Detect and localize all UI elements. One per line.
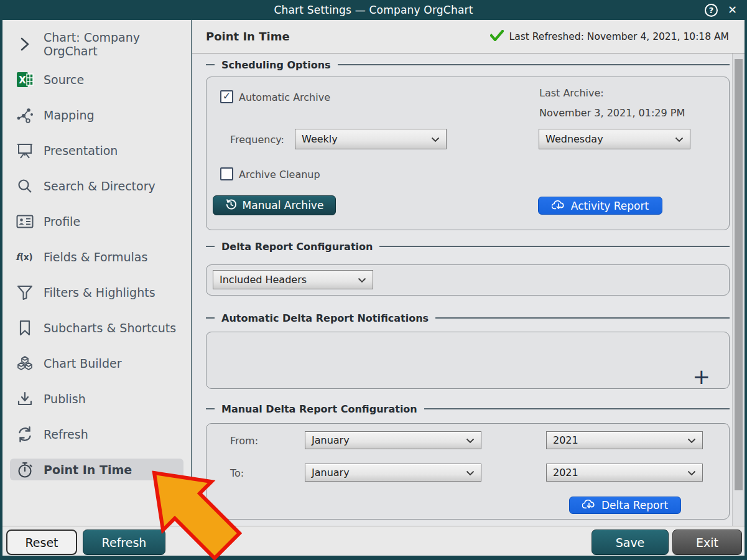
svg-text:(x): (x): [20, 253, 33, 262]
bookmark-icon: [16, 319, 34, 337]
to-year-select[interactable]: 2021: [546, 464, 703, 482]
section-auto-delta-notifications: Automatic Delta Report Notifications: [206, 312, 730, 324]
sidebar-item-chart-builder[interactable]: Chart Builder: [10, 352, 183, 374]
panel-content: Scheduling Options Automatic Archive Las…: [192, 54, 745, 526]
section-scheduling-options: Scheduling Options: [206, 58, 730, 71]
presentation-board-icon: [16, 142, 34, 159]
sidebar-item-label: Presentation: [44, 144, 118, 157]
funnel-icon: [16, 284, 34, 301]
delta-report-label: Delta Report: [601, 499, 668, 511]
footer-bar: Reset Refresh Save Exit: [2, 526, 745, 556]
refresh-button[interactable]: Refresh: [83, 530, 165, 555]
manual-archive-button[interactable]: Manual Archive: [213, 195, 336, 215]
window-title: Chart Settings — Company OrgChart: [0, 4, 747, 16]
help-icon[interactable]: ?: [705, 4, 718, 17]
nodes-icon: [16, 106, 34, 124]
publish-icon: [16, 390, 34, 408]
section-title: Scheduling Options: [221, 59, 331, 71]
sidebar-item-label: Point In Time: [44, 463, 132, 477]
sidebar-item-publish[interactable]: Publish: [10, 388, 183, 409]
to-label: To:: [230, 467, 244, 479]
delta-report-button[interactable]: Delta Report: [569, 497, 681, 514]
chevron-down-icon: [687, 434, 696, 446]
section-title: Manual Delta Report Configuration: [221, 403, 417, 415]
automatic-archive-label: Automatic Archive: [239, 91, 330, 103]
archive-cleanup-label: Archive Cleanup: [239, 169, 320, 180]
sidebar-item-label: Publish: [44, 392, 86, 406]
sidebar-item-chart[interactable]: Chart: Company OrgChart: [10, 33, 183, 55]
from-year-select[interactable]: 2021: [546, 431, 703, 449]
chart-settings-dialog: Chart Settings — Company OrgChart ? ✕ Ch…: [0, 0, 747, 560]
save-button[interactable]: Save: [592, 530, 669, 555]
scrollbar-thumb[interactable]: [735, 59, 743, 490]
fx-icon: f (x): [16, 248, 34, 266]
to-month-value: January: [312, 467, 350, 478]
sidebar-item-presentation[interactable]: Presentation: [10, 139, 183, 161]
sidebar-item-label: Subcharts & Shortcuts: [44, 321, 176, 335]
chevron-down-icon: [675, 133, 684, 145]
to-year-value: 2021: [553, 467, 578, 478]
frequency-label: Frequency:: [230, 134, 284, 146]
svg-text:X: X: [19, 75, 26, 86]
search-icon: [16, 177, 34, 195]
sidebar-item-profile[interactable]: Profile: [10, 210, 183, 232]
close-icon[interactable]: ✕: [728, 4, 737, 16]
archive-cleanup-checkbox[interactable]: [220, 167, 233, 180]
sidebar-item-point-in-time[interactable]: Point In Time: [10, 459, 183, 480]
chevron-right-icon: [16, 35, 34, 53]
sidebar-item-label: Mapping: [44, 108, 95, 122]
activity-report-button[interactable]: Activity Report: [538, 197, 662, 215]
frequency-select[interactable]: Weekly: [295, 129, 447, 149]
last-refreshed: Last Refreshed: November 4, 2021, 10:18 …: [490, 30, 729, 44]
cloud-download-icon: [552, 200, 565, 212]
chevron-down-icon: [466, 467, 475, 478]
cloud-download-icon: [582, 499, 596, 511]
sidebar: Chart: Company OrgChart X Source: [2, 20, 192, 526]
last-archive-label: Last Archive:: [539, 87, 604, 99]
sidebar-item-mapping[interactable]: Mapping: [10, 104, 183, 126]
add-notification-button[interactable]: +: [693, 366, 711, 387]
from-label: From:: [230, 435, 258, 447]
sidebar-item-label: Fields & Formulas: [44, 250, 147, 264]
sidebar-item-label: Refresh: [44, 427, 88, 441]
last-refreshed-text: Last Refreshed: November 4, 2021, 10:18 …: [509, 31, 729, 42]
included-headers-select[interactable]: Included Headers: [213, 270, 373, 289]
section-title: Automatic Delta Report Notifications: [221, 312, 429, 324]
panel-header: Point In Time Last Refreshed: November 4…: [192, 20, 745, 54]
sidebar-item-label: Chart: Company OrgChart: [44, 30, 180, 58]
sidebar-item-subcharts-shortcuts[interactable]: Subcharts & Shortcuts: [10, 317, 183, 338]
last-archive-value: November 3, 2021, 01:29 PM: [539, 107, 685, 119]
delta-report-config-box: Included Headers: [206, 264, 730, 296]
automatic-archive-checkbox[interactable]: [220, 90, 233, 103]
reset-button[interactable]: Reset: [6, 530, 77, 555]
exit-button[interactable]: Exit: [672, 530, 742, 555]
chevron-down-icon: [466, 434, 475, 446]
sidebar-item-label: Search & Directory: [44, 179, 155, 193]
from-month-value: January: [312, 434, 350, 446]
section-title: Delta Report Configuration: [221, 241, 373, 253]
to-month-select[interactable]: January: [305, 464, 481, 482]
sidebar-item-label: Chart Builder: [44, 357, 121, 370]
sidebar-item-refresh[interactable]: Refresh: [10, 423, 183, 445]
history-icon: [225, 198, 237, 213]
sidebar-item-label: Profile: [44, 215, 80, 228]
sidebar-item-search-directory[interactable]: Search & Directory: [10, 175, 183, 197]
section-delta-report-config: Delta Report Configuration: [206, 240, 730, 253]
sidebar-item-filters-highlights[interactable]: Filters & Highlights: [10, 281, 183, 303]
chevron-down-icon: [431, 133, 440, 145]
chevron-down-icon: [358, 274, 366, 286]
auto-delta-notifications-box: +: [206, 332, 730, 389]
vertical-scrollbar[interactable]: [732, 54, 745, 526]
activity-report-label: Activity Report: [571, 200, 649, 212]
archive-day-select[interactable]: Wednesday: [539, 129, 690, 149]
section-manual-delta-config: Manual Delta Report Configuration: [206, 403, 730, 415]
chevron-down-icon: [687, 467, 696, 478]
sidebar-item-fields-formulas[interactable]: f (x) Fields & Formulas: [10, 246, 183, 268]
sidebar-item-source[interactable]: X Source: [10, 68, 183, 90]
from-month-select[interactable]: January: [305, 431, 481, 449]
refresh-icon: [16, 426, 34, 443]
title-bar: Chart Settings — Company OrgChart ? ✕: [0, 0, 747, 20]
id-card-icon: [16, 213, 34, 230]
manual-archive-label: Manual Archive: [243, 199, 324, 212]
cubes-icon: [16, 355, 34, 372]
